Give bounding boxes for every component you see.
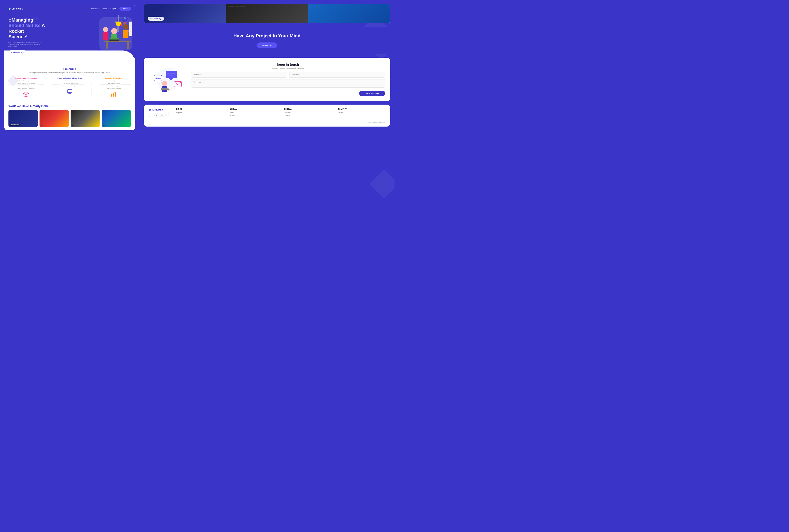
form-row-1 xyxy=(191,72,385,78)
footer-col-legal-item[interactable]: Terms xyxy=(230,112,278,114)
footer-col-social-item[interactable]: Facebook xyxy=(284,112,332,114)
svg-marker-34 xyxy=(123,22,127,25)
svg-rect-38 xyxy=(166,71,177,78)
footer-social: f t in yt xyxy=(149,113,170,117)
hero-content: ::Managing Should Not Be A Rocket Scienc… xyxy=(8,17,55,55)
svg-rect-9 xyxy=(123,30,129,38)
svg-rect-3 xyxy=(127,42,129,49)
footer-col-social: SOCILA Facebook Linkedin xyxy=(284,108,332,117)
contact-card: keep in touch Duis aute irure dolor in r… xyxy=(144,58,390,101)
work-item xyxy=(39,110,69,127)
svg-line-18 xyxy=(118,26,118,32)
svg-rect-44 xyxy=(161,90,170,91)
nav-solutions[interactable]: Solutions xyxy=(91,7,99,10)
work-item-label xyxy=(72,125,74,126)
work-item: System Name xyxy=(8,110,38,127)
navbar: ◆ LimeHills Solutions About Support Cont… xyxy=(4,4,135,13)
work-item-label xyxy=(103,125,105,126)
footer-col-links-title: LINKS xyxy=(176,108,224,110)
services-description: Lorem ipsum dolor sit amet, consectetur … xyxy=(8,72,131,74)
footer-col-legal-item[interactable]: Privacy xyxy=(230,115,278,116)
work-section: Work We Have Already Done System Name xyxy=(4,101,135,130)
service-column-3: Upgrades & Migration Server Upgrades Dat… xyxy=(96,77,131,98)
svg-rect-24 xyxy=(68,90,72,93)
footer-col-legal-title: LEGAL xyxy=(230,108,278,110)
svg-rect-2 xyxy=(106,42,108,49)
footer-copyright: © 2020 . All Rights Reserved xyxy=(149,120,385,123)
services-section: Limehills Lorem ipsum dolor sit amet, co… xyxy=(4,63,135,101)
nav-support[interactable]: Support xyxy=(110,7,116,10)
svg-point-19 xyxy=(23,92,29,95)
send-message-button[interactable]: Send Message xyxy=(359,91,385,96)
see-more-card: See More ❯❯ xyxy=(144,4,390,23)
service-item: Data Center Upgrades xyxy=(96,83,131,85)
service-item: Server-Confluence Configuration xyxy=(8,88,44,90)
social-youtube-icon[interactable]: yt xyxy=(165,113,169,117)
footer-col-company-title: COMPNY xyxy=(338,108,385,110)
service-item: Atlassian Access Configuration xyxy=(52,86,88,87)
work-item xyxy=(71,110,100,127)
see-more-button[interactable]: See More ❯❯ xyxy=(148,17,164,21)
contact-form-area: keep in touch Duis aute irure dolor in r… xyxy=(191,63,385,96)
service-icon-2 xyxy=(52,89,88,95)
service-item: Server-Jira Configuration xyxy=(8,86,44,87)
service-item: Cloud To Server Migration xyxy=(96,88,131,90)
service-icon-3 xyxy=(96,92,131,98)
hero-contact-button[interactable]: Contact Us ❯❯ xyxy=(8,50,26,55)
contact-form-title: keep in touch xyxy=(191,63,385,66)
diamond-watermark-bottom: ◆ xyxy=(370,158,394,203)
svg-point-42 xyxy=(162,81,167,86)
hero-description: Lorem ipsum dolor sit amet, consectetur … xyxy=(8,41,44,48)
social-facebook-icon[interactable]: f xyxy=(149,113,153,117)
message-textarea[interactable] xyxy=(191,79,385,88)
svg-marker-36 xyxy=(127,18,129,21)
nav-contact-button[interactable]: Contact xyxy=(119,7,131,11)
footer-col-links-item[interactable]: Support xyxy=(176,112,224,114)
hero-title: ::Managing Should Not Be A Rocket Scienc… xyxy=(8,17,55,40)
svg-point-49 xyxy=(159,78,161,79)
hero-highlight: Should Not Be xyxy=(8,23,41,28)
service-col-title-2: Server Installation &Cloud Setup xyxy=(52,77,88,79)
svg-point-4 xyxy=(111,28,117,34)
footer-logo-text: LimeHills xyxy=(152,108,164,111)
logo-text: LimeHills xyxy=(12,7,23,10)
email-input-1[interactable] xyxy=(191,72,287,78)
service-item: Cloud-Jira Configuration xyxy=(8,80,44,82)
service-item: Linux&Windows Installations xyxy=(52,80,88,82)
social-twitter-icon[interactable]: t xyxy=(154,113,158,117)
logo-icon: ◆ xyxy=(8,7,11,11)
footer-logo-area: ◆ LimeHills f t in yt xyxy=(149,108,170,117)
footer-col-social-title: SOCILA xyxy=(284,108,332,110)
project-mind-section: Have Any Project In Your Mind Contact Us xyxy=(144,26,390,54)
footer-top: ◆ LimeHills f t in yt LINKS Support LEGA… xyxy=(149,108,385,117)
footer-col-legal: LEGAL Terms Privacy xyxy=(230,108,278,117)
service-column-2: Server Installation &Cloud Setup Linux&W… xyxy=(52,77,88,98)
social-instagram-icon[interactable]: in xyxy=(160,113,164,117)
work-grid: System Name xyxy=(8,110,131,127)
svg-point-33 xyxy=(124,17,126,19)
footer-col-company-item[interactable]: Contact xyxy=(338,112,385,114)
svg-rect-12 xyxy=(103,32,108,40)
service-item: Server To Cloud Migration xyxy=(96,86,131,87)
svg-rect-30 xyxy=(115,92,116,97)
hero-managing: ::Managing xyxy=(8,17,33,23)
service-item: Cloud - Confluence Configuration xyxy=(8,83,44,85)
right-panel: ◆ ◆ ◆ See More ❯❯ Have Any Project In Yo… xyxy=(139,0,394,266)
service-item: Server Upgrades xyxy=(96,80,131,82)
footer-col-social-item[interactable]: Linkedin xyxy=(284,115,332,116)
image-placeholder-1: See More ❯❯ xyxy=(144,4,226,23)
service-item: Cloud Setup &Configuration xyxy=(52,83,88,85)
service-col-title-1: Server&Cloud Configuration xyxy=(8,77,44,79)
footer-col-company: COMPNY Contact xyxy=(338,108,385,115)
svg-point-47 xyxy=(155,78,157,79)
project-mind-contact-button[interactable]: Contact Us xyxy=(257,42,277,48)
nav-about[interactable]: About xyxy=(102,7,107,10)
image-placeholder-3 xyxy=(308,4,390,23)
email-input-2[interactable] xyxy=(289,72,386,78)
nav-logo: ◆ LimeHills xyxy=(8,7,23,11)
nav-links: Solutions About Support Contact xyxy=(91,7,131,11)
svg-rect-28 xyxy=(111,95,112,97)
svg-rect-1 xyxy=(104,41,131,42)
svg-rect-6 xyxy=(110,38,119,40)
work-item xyxy=(101,110,131,127)
